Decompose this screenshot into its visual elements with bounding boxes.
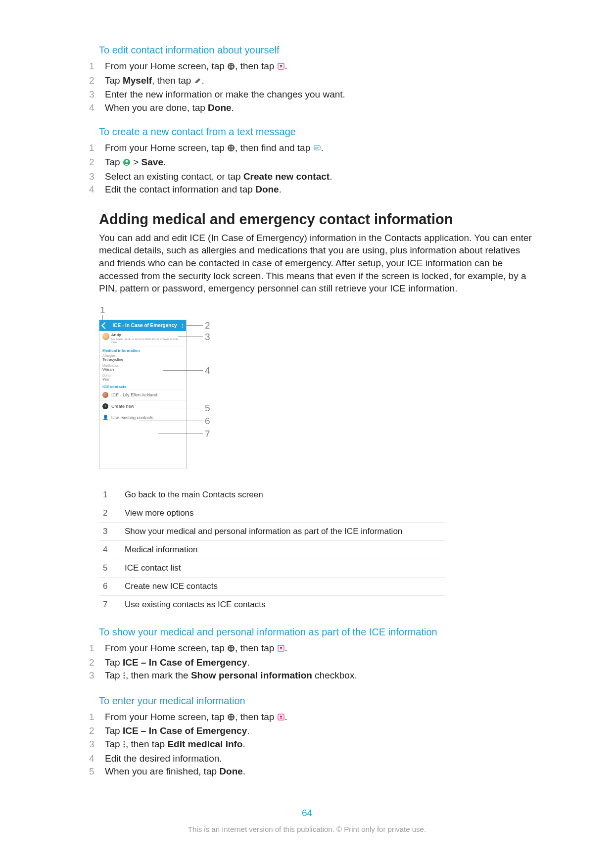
step-item: Edit the desired information. bbox=[89, 752, 535, 766]
svg-point-7 bbox=[229, 67, 230, 68]
content: To edit contact information about yourse… bbox=[89, 45, 535, 778]
step-item: From your Home screen, tap , then tap . bbox=[89, 711, 535, 725]
callout-4: 4 bbox=[205, 365, 210, 376]
phone-mock: ICE - In Case of Emergency Andy My name,… bbox=[99, 320, 187, 469]
svg-point-16 bbox=[229, 147, 230, 148]
phone-user-row: Andy My name, picture and medical info i… bbox=[99, 331, 186, 346]
legend-row: 4Medical information bbox=[99, 540, 445, 559]
svg-point-30 bbox=[232, 646, 233, 647]
section1-title: To edit contact information about yourse… bbox=[99, 45, 535, 56]
apps-icon bbox=[227, 61, 235, 74]
bold-text: Myself bbox=[123, 75, 152, 86]
phone-header-title: ICE - In Case of Emergency bbox=[112, 320, 177, 331]
kebab-icon bbox=[182, 324, 183, 328]
legend-num: 2 bbox=[99, 504, 121, 522]
section4-title: To enter your medical information bbox=[99, 695, 535, 707]
svg-point-39 bbox=[123, 673, 125, 674]
svg-point-50 bbox=[231, 718, 232, 719]
legend-table: 1Go back to the main Contacts screen2Vie… bbox=[99, 486, 445, 614]
page: To edit contact information about yourse… bbox=[0, 0, 614, 868]
ice-contacts-title: ICE contacts bbox=[99, 383, 186, 389]
section3-steps: From your Home screen, tap , then tap .T… bbox=[89, 642, 535, 683]
step-item: Tap , then mark the Show personal inform… bbox=[89, 669, 535, 683]
callout-2-line bbox=[182, 325, 203, 326]
svg-point-34 bbox=[229, 649, 230, 650]
user-avatar-icon bbox=[102, 333, 109, 340]
legend-desc: View more options bbox=[121, 504, 445, 522]
step-item: Enter the new information or make the ch… bbox=[89, 88, 535, 101]
svg-point-14 bbox=[231, 146, 232, 147]
bold-text: Done bbox=[255, 184, 279, 194]
svg-point-38 bbox=[280, 647, 282, 649]
apps-icon bbox=[227, 143, 235, 156]
step-item: From your Home screen, tap , then tap . bbox=[89, 60, 535, 74]
svg-point-29 bbox=[231, 646, 232, 647]
bold-text: Done bbox=[208, 102, 232, 113]
svg-point-13 bbox=[229, 146, 230, 147]
legend-num: 7 bbox=[99, 595, 121, 614]
callout-7: 7 bbox=[205, 429, 210, 439]
svg-point-51 bbox=[232, 718, 233, 719]
callout-7-line bbox=[158, 434, 203, 434]
bold-text: ICE – In Case of Emergency bbox=[123, 725, 247, 736]
step-item: When you are done, tap Done. bbox=[89, 101, 535, 115]
svg-point-49 bbox=[229, 718, 230, 719]
section2-steps: From your Home screen, tap , then find a… bbox=[89, 142, 535, 196]
main-heading: Adding medical and emergency contact inf… bbox=[99, 211, 535, 228]
svg-point-2 bbox=[231, 64, 232, 65]
back-arrow-icon bbox=[101, 322, 108, 329]
medinfo-title: Medical information bbox=[99, 346, 186, 353]
callout-6: 6 bbox=[205, 416, 210, 427]
svg-point-3 bbox=[232, 64, 233, 65]
ice-diagram: 1 ICE - In Case of Emergency Andy My nam… bbox=[99, 305, 535, 471]
page-number: 64 bbox=[0, 808, 614, 819]
svg-rect-23 bbox=[315, 147, 319, 147]
legend-num: 4 bbox=[99, 540, 121, 559]
bold-text: Show personal information bbox=[191, 670, 312, 680]
legend-num: 3 bbox=[99, 522, 121, 540]
person-plus-icon: 👤 bbox=[102, 415, 108, 421]
contact-icon bbox=[277, 643, 285, 656]
ice-contact-row: ICE - Lily Ellen Ackland bbox=[99, 389, 186, 400]
kebab-icon bbox=[123, 739, 126, 752]
svg-point-11 bbox=[280, 65, 282, 67]
legend-row: 6Create new ICE contacts bbox=[99, 577, 445, 595]
legend-row: 5ICE contact list bbox=[99, 559, 445, 577]
legend-row: 1Go back to the main Contacts screen bbox=[99, 486, 445, 504]
svg-rect-22 bbox=[314, 145, 320, 150]
use-existing-row: 👤 Use existing contacts bbox=[99, 412, 186, 423]
donor-value: Yes bbox=[102, 377, 183, 382]
user-name-block: Andy My name, picture and medical info i… bbox=[111, 333, 183, 344]
medication-value: Waran bbox=[102, 367, 183, 372]
step-item: From your Home screen, tap , then tap . bbox=[89, 642, 535, 656]
legend-row: 7Use existing contacts as ICE contacts bbox=[99, 595, 445, 614]
svg-rect-24 bbox=[315, 148, 318, 148]
apps-icon bbox=[227, 643, 235, 656]
legend-row: 3Show your medical and personal informat… bbox=[99, 522, 445, 540]
svg-point-9 bbox=[232, 67, 233, 68]
svg-point-1 bbox=[229, 64, 230, 65]
phone-header: ICE - In Case of Emergency bbox=[99, 320, 186, 331]
callout-4-line bbox=[163, 370, 203, 371]
svg-point-46 bbox=[229, 717, 230, 718]
step-item: Tap ICE – In Case of Emergency. bbox=[89, 656, 535, 670]
step-item: Tap , then tap Edit medical info. bbox=[89, 738, 535, 752]
svg-point-28 bbox=[229, 646, 230, 647]
legend-num: 6 bbox=[99, 577, 121, 595]
allergies-value: Tetracycline bbox=[102, 357, 183, 362]
bold-text: Create new contact bbox=[243, 171, 330, 182]
callout-6-line bbox=[139, 421, 203, 421]
legend-desc: ICE contact list bbox=[121, 559, 445, 577]
ice-contact-avatar-icon bbox=[102, 392, 108, 398]
step-item: Tap ICE – In Case of Emergency. bbox=[89, 724, 535, 738]
step-item: Tap Myself, then tap . bbox=[89, 74, 535, 89]
svg-point-4 bbox=[229, 66, 230, 67]
svg-point-6 bbox=[232, 66, 233, 67]
svg-point-45 bbox=[232, 715, 233, 716]
svg-point-5 bbox=[231, 66, 232, 67]
legend-desc: Create new ICE contacts bbox=[121, 577, 445, 595]
allergies-label: Allergies bbox=[102, 354, 183, 357]
apps-icon bbox=[227, 712, 235, 725]
svg-point-33 bbox=[232, 648, 233, 649]
legend-desc: Use existing contacts as ICE contacts bbox=[121, 595, 445, 614]
